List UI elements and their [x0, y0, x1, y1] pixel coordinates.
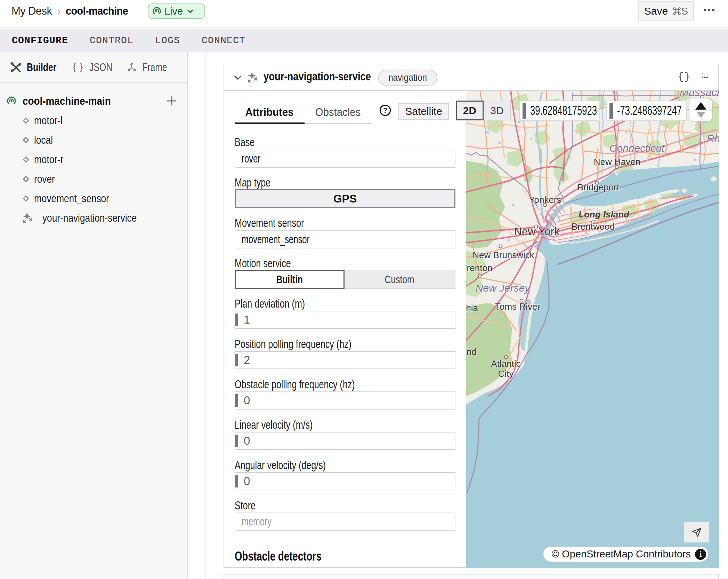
svg-text:New Jersey: New Jersey — [476, 282, 531, 294]
svg-text:nia: nia — [466, 303, 478, 313]
svg-text:Toms River: Toms River — [495, 301, 540, 312]
svg-text:Brentwood: Brentwood — [572, 221, 615, 232]
svg-text:City: City — [498, 368, 514, 379]
svg-text:Connecticut: Connecticut — [609, 142, 665, 154]
svg-text:Rhode: Rhode — [707, 133, 719, 144]
svg-text:Yonkers: Yonkers — [529, 195, 561, 205]
svg-text:Bridgeport: Bridgeport — [577, 182, 620, 192]
svg-text:nd: nd — [467, 347, 477, 357]
svg-text:?: ? — [383, 106, 387, 114]
svg-text:Long Island: Long Island — [579, 209, 630, 220]
svg-text:New Haven: New Haven — [594, 157, 640, 167]
svg-text:Trenton: Trenton — [466, 263, 492, 273]
svg-text:New York: New York — [514, 225, 560, 238]
svg-text:New Brunswick: New Brunswick — [472, 250, 535, 260]
svg-text:Massachuse: Massachuse — [680, 91, 719, 98]
svg-text:Atlantic: Atlantic — [491, 358, 520, 369]
